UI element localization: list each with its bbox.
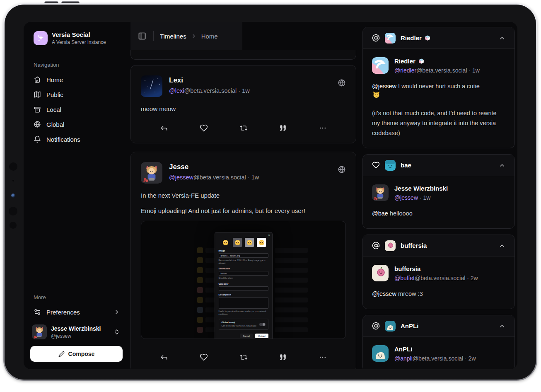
notification-body[interactable]: AnPLi @anpli@beta.versia.social · 2w — [363, 337, 514, 369]
chevrons-up-down-icon — [114, 329, 120, 335]
visibility-globe-icon[interactable] — [338, 79, 346, 97]
toggle-label: Global emoji — [222, 321, 256, 324]
post-handle[interactable]: @lexi — [169, 87, 184, 94]
app-screen: Versia Social A Versia Server instance N… — [24, 22, 517, 369]
sensor-dot — [10, 222, 17, 229]
chevron-up-icon[interactable] — [499, 323, 505, 329]
notification-body[interactable]: Riedler @riedler@beta.versia.social · 1w… — [363, 49, 514, 148]
sidebar-item-home[interactable]: Home — [30, 72, 123, 87]
visibility-globe-icon[interactable] — [338, 165, 346, 184]
breadcrumb-root[interactable]: Timelines — [160, 33, 186, 40]
avatar[interactable] — [372, 57, 389, 74]
post-attachment-image[interactable]: × Image Browse... bottom.png Recommended — [141, 221, 346, 339]
notification-header[interactable]: Riedler — [363, 27, 514, 49]
notification-author[interactable]: buffersia — [394, 265, 420, 272]
panel-left-icon[interactable] — [137, 31, 147, 41]
reply-button[interactable] — [159, 352, 169, 362]
account-switcher[interactable]: Jesse Wierzbinski @jessew — [30, 324, 123, 339]
global-emoji-row: Global emoji Can be used by every user, … — [219, 319, 268, 330]
reply-button[interactable] — [159, 123, 169, 133]
post-meta: @beta.versia.social · 1w — [193, 174, 259, 181]
preferences-label: Preferences — [46, 309, 80, 316]
sidebar-item-notifications[interactable]: Notifications — [30, 132, 123, 147]
sidebar-item-global[interactable]: Global — [30, 117, 123, 132]
notification-card-bae: bae Jesse Wierzbinski @jessew · 1w — [362, 154, 515, 229]
shortcode-input: bottom — [219, 271, 268, 276]
notification-handle[interactable]: @anpli — [394, 355, 413, 362]
compose-label: Compose — [68, 351, 95, 357]
post-handle[interactable]: @jessew — [169, 174, 193, 181]
chevron-right-icon — [114, 309, 120, 315]
house-icon — [34, 76, 41, 83]
page: Versia Social A Versia Server instance N… — [0, 0, 541, 392]
avatar[interactable] — [372, 265, 389, 281]
more-options-button[interactable] — [318, 123, 328, 133]
notification-header[interactable]: bae — [363, 155, 514, 176]
avatar — [385, 240, 396, 251]
avatar — [385, 321, 396, 332]
notification-meta: · 1w — [418, 194, 430, 201]
mention-link[interactable]: @jessew — [372, 290, 396, 297]
more-options-button[interactable] — [318, 352, 328, 362]
notification-author[interactable]: Jesse Wierzbinski — [394, 185, 448, 192]
timeline-column: Timelines Home Lexi — [130, 22, 356, 369]
notification-header[interactable]: buffersia — [363, 235, 514, 256]
front-camera — [11, 194, 15, 198]
brand[interactable]: Versia Social A Versia Server instance — [30, 31, 123, 45]
emoji-preview — [257, 238, 266, 247]
notification-author[interactable]: AnPLi — [394, 346, 412, 353]
sidebar-item-public[interactable]: Public — [30, 87, 123, 102]
notification-header[interactable]: AnPLi — [363, 315, 514, 337]
mention-link[interactable]: @jessew — [372, 83, 396, 90]
like-button[interactable] — [199, 123, 209, 133]
field-hint: Should be short. — [219, 277, 268, 280]
device-bezel: Versia Social A Versia Server instance N… — [5, 5, 536, 380]
notification-meta: @beta.versia.social · 1w — [416, 67, 480, 74]
sidebar: Versia Social A Versia Server instance N… — [24, 22, 129, 369]
post-author[interactable]: Lexi — [169, 76, 331, 85]
notification-handle[interactable]: @riedler — [394, 67, 416, 74]
description-textarea — [219, 297, 268, 309]
trans-cube-emoji — [425, 35, 430, 41]
chevron-right-icon — [191, 33, 197, 39]
at-sign-icon — [372, 322, 380, 330]
avatar[interactable] — [141, 75, 162, 97]
sidebar-item-preferences[interactable]: Preferences — [30, 305, 123, 319]
quote-button[interactable] — [278, 123, 288, 133]
boost-button[interactable] — [239, 352, 249, 362]
notification-handle[interactable]: @buffet — [394, 275, 415, 281]
user-name: Jesse Wierzbinski — [51, 325, 101, 332]
user-handle: @jessew — [51, 333, 101, 339]
sidebar-item-local[interactable]: Local — [30, 102, 123, 117]
app-tagline: A Versia Server instance — [52, 39, 106, 45]
mention-link[interactable]: @bae — [372, 210, 388, 217]
chevron-up-icon[interactable] — [499, 242, 505, 249]
post-card-lexi[interactable]: Lexi @lexi@beta.versia.social · 1w meow … — [130, 65, 356, 143]
compose-button[interactable]: Compose — [30, 346, 123, 362]
notification-author[interactable]: Riedler — [394, 58, 415, 65]
category-input — [219, 286, 268, 291]
chevron-up-icon[interactable] — [499, 162, 505, 169]
quote-button[interactable] — [278, 352, 288, 362]
versia-logo-icon — [34, 31, 48, 45]
notification-body[interactable]: Jesse Wierzbinski @jessew · 1w @bae hell… — [363, 176, 514, 228]
notification-handle[interactable]: @jessew — [394, 194, 418, 201]
emoji-upload-dialog: × Image Browse... bottom.png Recommended — [215, 232, 273, 339]
avatar[interactable] — [141, 162, 162, 184]
post-author[interactable]: Jesse — [169, 163, 331, 171]
post-card-jesse[interactable]: Jesse @jessew@beta.versia.social · 1w In… — [130, 152, 356, 369]
avatar[interactable] — [372, 345, 389, 362]
globe-icon — [34, 121, 41, 128]
sensor-dot — [9, 162, 17, 171]
chevron-up-icon[interactable] — [499, 35, 505, 41]
partial-post-card[interactable] — [130, 50, 356, 60]
notification-title: AnPLi — [401, 322, 418, 329]
field-label: Shortcode — [219, 267, 268, 270]
avatar[interactable] — [372, 184, 389, 201]
like-button[interactable] — [199, 352, 209, 362]
nav-section-label: Navigation — [30, 62, 123, 68]
sidebar-item-label: Home — [46, 76, 63, 83]
notification-body[interactable]: buffersia @buffet@beta.versia.social · 2… — [363, 256, 514, 309]
boost-button[interactable] — [239, 123, 249, 133]
field-label: Image — [219, 249, 268, 252]
